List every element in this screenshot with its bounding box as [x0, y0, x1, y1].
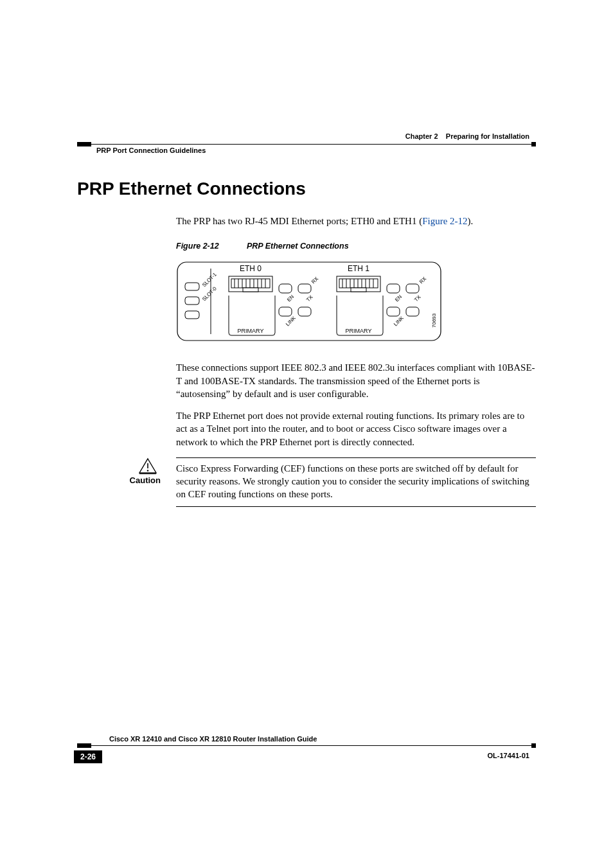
svg-rect-1: [185, 283, 199, 290]
content-area: PRP Ethernet Connections The PRP has two…: [77, 173, 536, 507]
svg-rect-19: [298, 284, 311, 293]
footer-rule: [77, 745, 536, 746]
svg-point-39: [147, 470, 148, 471]
primary-label-1: PRIMARY: [346, 328, 372, 334]
figure-title: PRP Ethernet Connections: [247, 242, 349, 251]
svg-rect-34: [387, 307, 400, 316]
primary-label-0: PRIMARY: [238, 328, 264, 334]
figure-caption: Figure 2-12PRP Ethernet Connections: [176, 242, 536, 251]
svg-rect-3: [185, 311, 199, 319]
chapter-title: Preparing for Installation: [446, 132, 529, 140]
section-title: PRP Port Connection Guidelines: [96, 146, 206, 154]
header-right-bar: [531, 142, 536, 146]
svg-rect-33: [387, 284, 400, 293]
eth1-label: ETH 1: [348, 264, 369, 273]
svg-rect-6: [231, 279, 270, 288]
chapter-label: Chapter 2: [405, 132, 438, 140]
page: Chapter 2 Preparing for Installation PRP…: [0, 0, 613, 868]
page-title: PRP Ethernet Connections: [77, 179, 536, 199]
footer-doc-title: Cisco XR 12410 and Cisco XR 12810 Router…: [109, 735, 317, 743]
paragraph-3: The PRP Ethernet port does not provide e…: [176, 409, 536, 448]
figure-2-12: SLOT-1 SLOT-0 ETH 0: [176, 257, 536, 350]
footer-right-bar: [531, 743, 536, 748]
chapter-ref: Chapter 2 Preparing for Installation: [405, 132, 529, 140]
svg-rect-17: [279, 284, 292, 293]
body-column: The PRP has two RJ-45 MDI Ethernet ports…: [176, 215, 536, 448]
figure-number: Figure 2-12: [176, 242, 247, 251]
svg-rect-32: [351, 288, 366, 292]
svg-rect-20: [298, 307, 311, 316]
svg-rect-2: [185, 297, 199, 305]
intro-text-pre: The PRP has two RJ-45 MDI Ethernet ports…: [176, 216, 422, 226]
eth0-label: ETH 0: [240, 264, 262, 273]
svg-rect-36: [406, 307, 419, 316]
caution-icon: [138, 457, 157, 474]
svg-rect-16: [243, 288, 258, 292]
footer-left-bar: [77, 743, 91, 748]
paragraph-2: These connections support IEEE 802.3 and…: [176, 361, 536, 400]
svg-rect-18: [279, 307, 292, 316]
figure-link[interactable]: Figure 2-12: [422, 216, 467, 226]
intro-text-post: ).: [468, 216, 474, 226]
figure-id: 70693: [431, 313, 437, 328]
header-left-bar: [77, 142, 91, 146]
svg-rect-35: [406, 284, 419, 293]
prp-ethernet-svg: SLOT-1 SLOT-0 ETH 0: [176, 257, 446, 347]
doc-id: OL-17441-01: [488, 752, 529, 759]
caution-block: Caution Cisco Express Forwarding (CEF) f…: [77, 457, 536, 507]
caution-label-col: Caution: [77, 457, 176, 485]
page-number: 2-26: [74, 750, 102, 763]
svg-rect-22: [339, 279, 378, 288]
header-rule: [77, 144, 536, 145]
intro-paragraph: The PRP has two RJ-45 MDI Ethernet ports…: [176, 215, 536, 227]
caution-body: Cisco Express Forwarding (CEF) functions…: [176, 457, 536, 507]
caution-label: Caution: [77, 475, 170, 485]
